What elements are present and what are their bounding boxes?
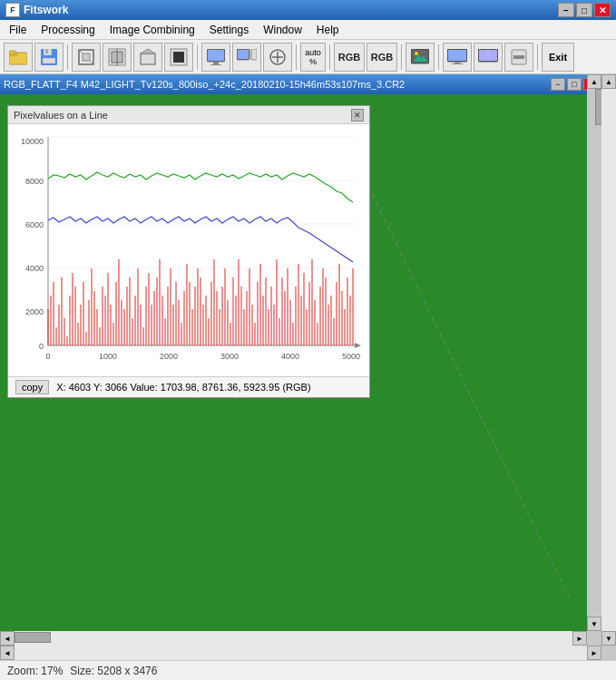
svg-rect-9 bbox=[83, 53, 90, 61]
outer-scroll-up[interactable]: ▲ bbox=[601, 74, 616, 89]
tool-button-6[interactable] bbox=[504, 43, 533, 72]
svg-line-40 bbox=[372, 194, 572, 602]
scroll-down-arrow[interactable]: ▼ bbox=[587, 617, 601, 631]
menu-bar: File Processing Image Combining Settings… bbox=[0, 20, 616, 40]
sep3 bbox=[296, 44, 297, 70]
chart-status-text: X: 4603 Y: 3066 Value: 1703.98, 8761.36,… bbox=[56, 382, 310, 393]
svg-text:6000: 6000 bbox=[25, 220, 44, 229]
svg-text:4000: 4000 bbox=[281, 352, 299, 361]
chart-footer: copy X: 4603 Y: 3066 Value: 1703.98, 876… bbox=[8, 376, 369, 397]
menu-help[interactable]: Help bbox=[309, 20, 347, 40]
menu-window[interactable]: Window bbox=[256, 20, 309, 40]
svg-text:1000: 1000 bbox=[99, 352, 117, 361]
sep2 bbox=[197, 44, 198, 70]
outer-corner bbox=[601, 646, 616, 660]
scroll-left-arrow[interactable]: ◄ bbox=[0, 631, 15, 646]
chart-svg: 0 2000 4000 6000 8000 10000 0 1000 2000 … bbox=[12, 128, 364, 373]
svg-marker-14 bbox=[141, 49, 155, 53]
svg-rect-5 bbox=[45, 49, 48, 53]
sep1 bbox=[67, 44, 68, 70]
svg-rect-20 bbox=[210, 64, 221, 65]
display-button-2[interactable] bbox=[232, 43, 261, 72]
maximize-button[interactable]: □ bbox=[576, 3, 592, 17]
title-bar-controls: − □ ✕ bbox=[558, 3, 611, 17]
exit-button[interactable]: Exit bbox=[542, 43, 574, 72]
svg-text:4000: 4000 bbox=[25, 264, 44, 273]
outer-scroll-down[interactable]: ▼ bbox=[601, 631, 616, 646]
save-button[interactable] bbox=[34, 43, 64, 72]
inner-minimize-button[interactable]: − bbox=[551, 78, 565, 91]
menu-image-combining[interactable]: Image Combining bbox=[103, 20, 202, 40]
tool-button-4[interactable] bbox=[164, 43, 193, 72]
tool-button-2[interactable] bbox=[103, 43, 132, 72]
canvas-area[interactable]: Pixelvalues on a Line ✕ bbox=[0, 94, 601, 646]
tool-button-1[interactable] bbox=[72, 43, 101, 72]
svg-point-30 bbox=[415, 52, 418, 55]
svg-rect-34 bbox=[452, 63, 463, 64]
chart-title: Pixelvalues on a Line bbox=[14, 110, 108, 121]
sep5 bbox=[401, 44, 402, 70]
scroll-horizontal-track[interactable] bbox=[15, 631, 572, 646]
main-area: RGB_FLATT_F4 M42_LIGHT_Tv120s_800iso_+24… bbox=[0, 74, 616, 660]
close-button[interactable]: ✕ bbox=[594, 3, 611, 17]
scroll-horizontal-thumb[interactable] bbox=[15, 632, 51, 643]
app-icon: F bbox=[5, 3, 20, 17]
vertical-scrollbar[interactable]: ▲ ▼ bbox=[587, 74, 601, 631]
inner-window: RGB_FLATT_F4 M42_LIGHT_Tv120s_800iso_+24… bbox=[0, 74, 601, 646]
scroll-right-arrow[interactable]: ► bbox=[572, 631, 587, 646]
outer-scroll-right[interactable]: ► bbox=[587, 646, 601, 660]
size-label: Size: 5208 x 3476 bbox=[70, 665, 157, 677]
svg-text:10000: 10000 bbox=[21, 137, 44, 146]
tool-button-5[interactable] bbox=[263, 43, 292, 72]
copy-button[interactable]: copy bbox=[15, 380, 49, 394]
open-folder-button[interactable] bbox=[4, 43, 33, 72]
inner-maximize-button[interactable]: □ bbox=[567, 78, 582, 91]
svg-rect-13 bbox=[141, 53, 155, 64]
auto-label: auto bbox=[305, 48, 321, 57]
svg-rect-6 bbox=[43, 58, 55, 63]
scrollbar-corner bbox=[587, 631, 601, 646]
outer-h-track[interactable] bbox=[15, 646, 587, 660]
chart-overlay: Pixelvalues on a Line ✕ bbox=[7, 105, 370, 398]
svg-text:2000: 2000 bbox=[25, 307, 44, 316]
inner-title-bar: RGB_FLATT_F4 M42_LIGHT_Tv120s_800iso_+24… bbox=[0, 74, 601, 94]
svg-text:2000: 2000 bbox=[160, 352, 178, 361]
scroll-vertical-thumb[interactable] bbox=[595, 89, 601, 125]
menu-settings[interactable]: Settings bbox=[202, 20, 256, 40]
svg-text:5000: 5000 bbox=[342, 352, 360, 361]
svg-text:0: 0 bbox=[45, 352, 50, 361]
percent-label: % bbox=[309, 57, 317, 66]
outer-scroll-left[interactable]: ◄ bbox=[0, 646, 15, 660]
svg-rect-33 bbox=[455, 62, 460, 63]
svg-rect-32 bbox=[448, 50, 466, 61]
chart-close-button[interactable]: ✕ bbox=[351, 109, 364, 121]
inner-window-title: RGB_FLATT_F4 M42_LIGHT_Tv120s_800iso_+24… bbox=[4, 79, 549, 90]
scroll-up-arrow[interactable]: ▲ bbox=[587, 74, 601, 89]
auto-percent-button[interactable]: auto % bbox=[300, 43, 326, 72]
svg-rect-39 bbox=[513, 55, 524, 59]
app-title: Fitswork bbox=[24, 4, 558, 16]
rgb-button-2[interactable]: RGB bbox=[367, 43, 397, 72]
outer-h-scrollbar[interactable]: ◄ ► bbox=[0, 646, 601, 660]
minimize-button[interactable]: − bbox=[558, 3, 574, 17]
rgb-button-1[interactable]: RGB bbox=[334, 43, 365, 72]
toolbar: auto % RGB RGB Exit bbox=[0, 40, 616, 74]
sep4 bbox=[329, 44, 330, 70]
chart-title-bar: Pixelvalues on a Line ✕ bbox=[8, 106, 369, 124]
monitor-button-2[interactable] bbox=[474, 43, 503, 72]
tool-button-3[interactable] bbox=[133, 43, 162, 72]
svg-rect-19 bbox=[213, 62, 219, 64]
svg-rect-23 bbox=[251, 49, 257, 60]
image-preview-button[interactable] bbox=[406, 43, 435, 72]
display-button-1[interactable] bbox=[201, 43, 230, 72]
menu-file[interactable]: File bbox=[2, 20, 34, 40]
horizontal-scrollbar[interactable]: ◄ ► bbox=[0, 631, 587, 646]
svg-rect-18 bbox=[208, 50, 224, 61]
monitor-button-1[interactable] bbox=[443, 43, 472, 72]
sep6 bbox=[438, 44, 439, 70]
outer-v-track[interactable] bbox=[601, 89, 616, 631]
sep7 bbox=[537, 44, 538, 70]
menu-processing[interactable]: Processing bbox=[34, 20, 102, 40]
svg-text:8000: 8000 bbox=[25, 177, 44, 186]
outer-v-scrollbar[interactable]: ▲ ▼ bbox=[601, 74, 616, 646]
